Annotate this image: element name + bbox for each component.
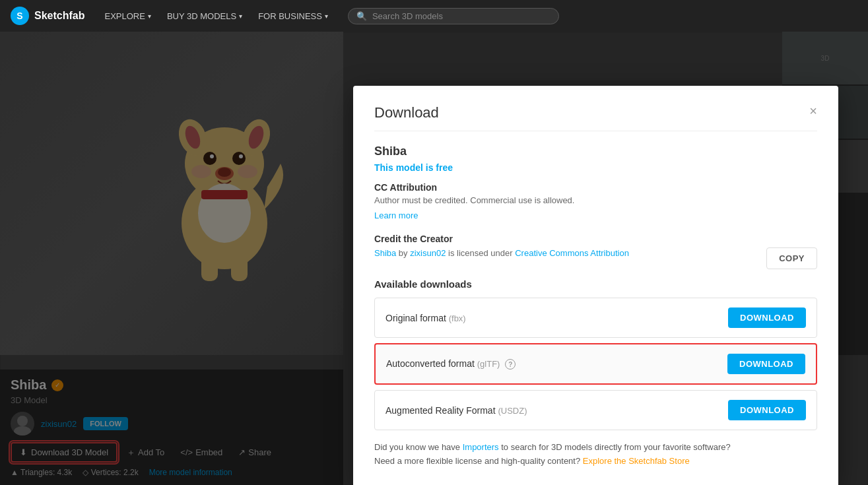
modal-close-button[interactable]: × — [809, 104, 817, 117]
format-label-original: Original format (fbx) — [385, 313, 466, 323]
available-downloads-title: Available downloads — [374, 278, 817, 290]
nav-explore-chevron: ▾ — [148, 13, 151, 20]
download-row-original: Original format (fbx) DOWNLOAD — [374, 298, 817, 338]
navbar: S Sketchfab EXPLORE ▾ BUY 3D MODELS ▾ FO… — [0, 0, 868, 32]
nav-explore[interactable]: EXPLORE ▾ — [98, 7, 157, 25]
download-usdz-button[interactable]: DOWNLOAD — [728, 400, 806, 420]
copy-button[interactable]: COPY — [766, 247, 817, 269]
credit-license-link[interactable]: Creative Commons Attribution — [515, 248, 629, 258]
modal-model-name: Shiba — [374, 145, 817, 158]
credit-shiba-link[interactable]: Shiba — [374, 248, 396, 258]
footer-text: Did you know we have Importers to search… — [374, 441, 817, 469]
nav-buy[interactable]: BUY 3D MODELS ▾ — [160, 7, 249, 25]
license-section: CC Attribution Author must be credited. … — [374, 182, 817, 234]
download-row-gltf: Autoconverted format (glTF) ? DOWNLOAD — [374, 343, 817, 385]
nav-business-label: FOR BUSINESS — [258, 11, 322, 21]
license-title: CC Attribution — [374, 182, 817, 193]
nav-buy-label: BUY 3D MODELS — [167, 11, 236, 21]
logo-icon: S — [11, 7, 29, 25]
credit-title: Credit the Creator — [374, 234, 817, 244]
nav-business[interactable]: FOR BUSINESS ▾ — [251, 7, 335, 25]
credit-author-link[interactable]: zixisun02 — [410, 248, 446, 258]
modal-title: Download — [374, 104, 439, 121]
download-original-button[interactable]: DOWNLOAD — [728, 307, 806, 328]
store-link[interactable]: Explore the Sketchfab Store — [583, 456, 690, 466]
main-area: 3D Shiba ✓ 3D Model zixisun02 FOLLOW ⬇ D… — [0, 32, 868, 485]
download-modal: Download × Shiba This model is free CC A… — [353, 86, 838, 485]
nav-links: EXPLORE ▾ BUY 3D MODELS ▾ FOR BUSINESS ▾ — [98, 7, 334, 25]
nav-explore-label: EXPLORE — [104, 11, 145, 21]
nav-business-chevron: ▾ — [325, 13, 328, 20]
download-row-usdz: Augmented Reality Format (USDZ) DOWNLOAD — [374, 390, 817, 430]
nav-buy-chevron: ▾ — [239, 13, 242, 20]
logo-text: Sketchfab — [34, 10, 84, 22]
logo[interactable]: S Sketchfab — [11, 7, 84, 25]
format-label-gltf: Autoconverted format (glTF) ? — [386, 358, 516, 370]
learn-more-link[interactable]: Learn more — [374, 210, 418, 220]
search-icon: 🔍 — [356, 11, 367, 21]
search-bar: 🔍 — [348, 8, 559, 24]
format-label-usdz: Augmented Reality Format (USDZ) — [385, 405, 527, 416]
modal-header: Download × — [374, 104, 817, 131]
download-gltf-button[interactable]: DOWNLOAD — [727, 354, 805, 374]
gltf-help-icon[interactable]: ? — [505, 359, 516, 370]
search-input[interactable] — [372, 11, 551, 21]
modal-free-label: This model is free — [374, 162, 817, 173]
importers-link[interactable]: Importers — [463, 442, 499, 452]
license-desc: Author must be credited. Commercial use … — [374, 195, 817, 205]
